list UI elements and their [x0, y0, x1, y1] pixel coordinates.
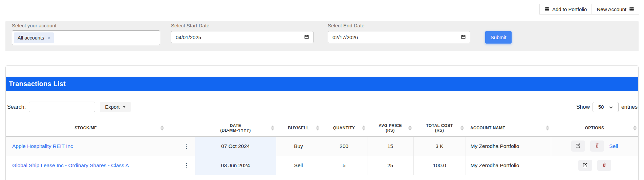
trash-icon — [602, 162, 607, 169]
portfolio-actions: Add to Portfolio New Account — [539, 4, 639, 15]
col-header-date[interactable]: DATE (DD-MM-YYYY) — [195, 120, 276, 136]
sort-icon[interactable] — [633, 125, 637, 130]
options-cell — [551, 156, 638, 175]
account-cell: My Zerodha Portfolio — [466, 136, 551, 156]
end-date-input[interactable]: 02/17/2026 — [328, 31, 470, 43]
row-menu-cell: ⋮ — [166, 156, 195, 175]
tag-remove-icon[interactable]: × — [47, 36, 50, 40]
col-header-total-cost[interactable]: TOTAL COST (RS) — [413, 120, 466, 136]
sort-icon[interactable] — [160, 125, 164, 130]
sort-icon[interactable] — [546, 125, 549, 130]
entries-label: entries — [621, 104, 638, 110]
col-header-menu — [166, 120, 195, 136]
chevron-down-icon — [609, 104, 613, 110]
quantity-cell: 200 — [321, 136, 367, 156]
table-row: Apple Hospitality REIT Inc ⋮ 07 Oct 2024… — [6, 136, 638, 156]
total-cost-cell: 100.0 — [413, 156, 466, 175]
col-header-buy-sell[interactable]: BUY/SELL — [276, 120, 321, 136]
sort-icon[interactable] — [362, 125, 365, 130]
export-label: Export — [105, 104, 120, 110]
stock-cell: Apple Hospitality REIT Inc — [6, 136, 166, 156]
avg-price-cell: 25 — [367, 156, 413, 175]
caret-down-icon — [123, 106, 126, 108]
briefcase-icon — [544, 6, 550, 12]
end-date-value: 02/17/2026 — [332, 34, 358, 40]
new-account-button[interactable]: New Account — [592, 4, 639, 14]
start-date-label: Select Start Date — [171, 23, 209, 28]
account-tag-label: All accounts — [18, 35, 44, 41]
kebab-menu-icon[interactable]: ⋮ — [181, 161, 192, 170]
start-date-input[interactable]: 04/01/2025 — [171, 31, 314, 43]
col-header-account-name[interactable]: ACCOUNT NAME — [466, 120, 551, 136]
page-size-select[interactable]: 50 — [593, 102, 619, 112]
page-size-group: Show 50 entries — [576, 102, 638, 112]
table-toolbar: Search: Export Show 50 entries — [6, 101, 638, 112]
end-date-label: Select End Date — [328, 23, 364, 28]
new-account-label: New Account — [597, 6, 626, 12]
edit-icon — [575, 143, 581, 150]
sort-icon[interactable] — [408, 125, 412, 130]
stock-link[interactable]: Global Ship Lease Inc - Ordinary Shares … — [12, 162, 129, 168]
panel-title: Transactions List — [9, 80, 66, 88]
side-cell: Buy — [276, 136, 321, 156]
page-size-value: 50 — [598, 104, 604, 110]
date-cell: 03 Jun 2024 — [195, 156, 276, 175]
kebab-menu-icon[interactable]: ⋮ — [181, 142, 192, 151]
show-label: Show — [576, 104, 590, 110]
search-input[interactable] — [29, 102, 95, 112]
sort-icon[interactable] — [460, 125, 464, 130]
avg-price-cell: 15 — [367, 136, 413, 156]
trash-icon — [595, 143, 600, 149]
col-header-avg-price[interactable]: AVG PRICE (RS) — [367, 120, 413, 136]
add-to-portfolio-button[interactable]: Add to Portfolio — [540, 4, 592, 14]
delete-button[interactable] — [590, 140, 604, 152]
total-cost-cell: 3 K — [413, 136, 466, 156]
calendar-icon[interactable] — [461, 34, 466, 41]
add-to-portfolio-label: Add to Portfolio — [552, 6, 587, 12]
account-select-label: Select your account — [12, 23, 57, 28]
table-header-row: STOCK/MF DATE (DD-MM-YYYY) BUY/SELL QUAN… — [6, 120, 638, 136]
panel-title-bar: Transactions List — [6, 77, 638, 91]
edit-button[interactable] — [571, 140, 585, 152]
stock-link[interactable]: Apple Hospitality REIT Inc — [12, 143, 73, 149]
col-header-quantity[interactable]: QUANTITY — [321, 120, 367, 136]
start-date-value: 04/01/2025 — [176, 34, 201, 40]
stock-cell: Global Ship Lease Inc - Ordinary Shares … — [6, 156, 166, 175]
transactions-table: STOCK/MF DATE (DD-MM-YYYY) BUY/SELL QUAN… — [6, 120, 638, 175]
calendar-icon[interactable] — [304, 34, 309, 41]
sell-link[interactable]: Sell — [609, 143, 618, 149]
edit-button[interactable] — [578, 160, 592, 171]
row-menu-cell: ⋮ — [166, 136, 195, 156]
export-button[interactable]: Export — [100, 102, 130, 112]
delete-button[interactable] — [597, 160, 611, 171]
col-header-options[interactable]: OPTIONS — [551, 120, 638, 136]
submit-button[interactable]: Submit — [485, 31, 512, 44]
edit-icon — [582, 162, 588, 169]
side-cell: Sell — [276, 156, 321, 175]
date-cell: 07 Oct 2024 — [195, 136, 276, 156]
filter-section: Select your account All accounts × Selec… — [5, 21, 639, 51]
account-tag: All accounts × — [14, 32, 54, 43]
options-cell: Sell — [551, 136, 638, 156]
table-row: Global Ship Lease Inc - Ordinary Shares … — [6, 156, 638, 175]
sort-icon[interactable] — [271, 125, 274, 130]
account-select[interactable]: All accounts × — [12, 30, 160, 45]
account-cell: My Zerodha Portfolio — [466, 156, 551, 175]
search-label: Search: — [7, 104, 26, 110]
sort-icon[interactable] — [316, 125, 319, 130]
quantity-cell: 5 — [321, 156, 367, 175]
col-header-stock[interactable]: STOCK/MF — [6, 120, 166, 136]
transactions-panel: Transactions List Search: Export Show 50… — [5, 65, 639, 180]
briefcase-icon — [629, 6, 634, 12]
